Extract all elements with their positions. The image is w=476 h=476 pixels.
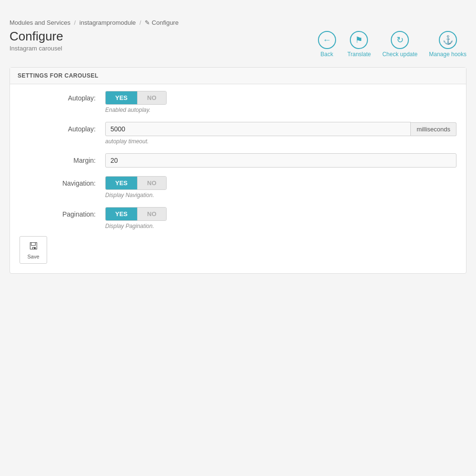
- pagination-yes-button[interactable]: YES: [106, 208, 138, 220]
- autoplay-timeout-input[interactable]: [105, 122, 411, 136]
- milliseconds-addon: milliseconds: [411, 122, 456, 136]
- page-title-block: Configure Instagram carousel: [10, 29, 63, 52]
- page-subtitle: Instagram carousel: [10, 45, 63, 52]
- header-row: Configure Instagram carousel ← Back ⚑ Tr…: [10, 29, 466, 58]
- page-title: Configure: [10, 29, 63, 44]
- margin-label: Margin:: [20, 153, 105, 164]
- autoplay-timeout-hint: autoplay timeout.: [105, 138, 456, 145]
- anchor-icon: ⚓: [439, 31, 457, 49]
- pagination-toggle-wrap: YES NO Display Pagination.: [105, 207, 456, 229]
- autoplay-timeout-label: Autoplay:: [20, 122, 105, 133]
- page-wrapper: Modules and Services / instagrampromodul…: [0, 0, 476, 293]
- manage-hooks-label: Manage hooks: [429, 51, 466, 58]
- pagination-toggle-group: YES NO: [105, 207, 167, 221]
- check-update-label: Check update: [382, 51, 417, 58]
- autoplay-toggle-row: Autoplay: YES NO Enabled autoplay.: [10, 84, 466, 115]
- save-icon: 🖫: [29, 241, 38, 252]
- translate-icon: ⚑: [350, 31, 368, 49]
- autoplay-timeout-input-row: milliseconds: [105, 122, 456, 136]
- margin-input[interactable]: [105, 153, 456, 168]
- autoplay-toggle-hint: Enabled autoplay.: [105, 107, 456, 113]
- breadcrumb-sep-1: /: [74, 19, 76, 26]
- navigation-toggle-group: YES NO: [105, 176, 167, 190]
- card-header: SETTINGS FOR CAROUSEL: [10, 68, 466, 84]
- autoplay-timeout-row: Autoplay: milliseconds autoplay timeout.: [10, 115, 466, 147]
- save-btn-wrap: 🖫 Save: [10, 231, 466, 264]
- autoplay-timeout-wrap: milliseconds autoplay timeout.: [105, 122, 456, 145]
- autoplay-toggle-group: YES NO: [105, 91, 167, 105]
- back-label: Back: [320, 51, 333, 58]
- navigation-toggle-hint: Display Navigation.: [105, 192, 456, 198]
- breadcrumb: Modules and Services / instagrampromodul…: [10, 19, 466, 26]
- pagination-toggle-label: Pagination:: [20, 207, 105, 218]
- navigation-toggle-label: Navigation:: [20, 176, 105, 187]
- margin-row: Margin:: [10, 147, 466, 169]
- navigation-no-button[interactable]: NO: [138, 177, 166, 189]
- navigation-toggle-row: Navigation: YES NO Display Navigation.: [10, 169, 466, 200]
- save-label: Save: [27, 254, 39, 259]
- navigation-toggle-wrap: YES NO Display Navigation.: [105, 176, 456, 198]
- pagination-no-button[interactable]: NO: [138, 208, 166, 220]
- translate-button[interactable]: ⚑ Translate: [347, 31, 371, 58]
- navigation-yes-button[interactable]: YES: [106, 177, 138, 189]
- breadcrumb-modules[interactable]: Modules and Services: [10, 19, 70, 26]
- back-icon: ←: [318, 31, 336, 49]
- check-update-button[interactable]: ↻ Check update: [382, 31, 417, 58]
- margin-wrap: [105, 153, 456, 168]
- translate-label: Translate: [347, 51, 371, 58]
- breadcrumb-module[interactable]: instagrampromodule: [79, 19, 136, 26]
- manage-hooks-button[interactable]: ⚓ Manage hooks: [429, 31, 466, 58]
- autoplay-toggle-label: Autoplay:: [20, 91, 105, 102]
- settings-card: SETTINGS FOR CAROUSEL Autoplay: YES NO E…: [10, 67, 466, 274]
- autoplay-no-button[interactable]: NO: [138, 91, 166, 104]
- autoplay-yes-button[interactable]: YES: [106, 91, 138, 104]
- breadcrumb-sep-2: /: [139, 19, 141, 26]
- autoplay-toggle-wrap: YES NO Enabled autoplay.: [105, 91, 456, 113]
- breadcrumb-current: ✎ Configure: [145, 19, 178, 26]
- save-button[interactable]: 🖫 Save: [20, 236, 47, 264]
- pagination-toggle-row: Pagination: YES NO Display Pagination.: [10, 200, 466, 231]
- pagination-toggle-hint: Display Pagination.: [105, 223, 456, 229]
- back-button[interactable]: ← Back: [318, 31, 336, 58]
- toolbar-buttons: ← Back ⚑ Translate ↻ Check update ⚓ Mana…: [318, 31, 466, 58]
- refresh-icon: ↻: [391, 31, 409, 49]
